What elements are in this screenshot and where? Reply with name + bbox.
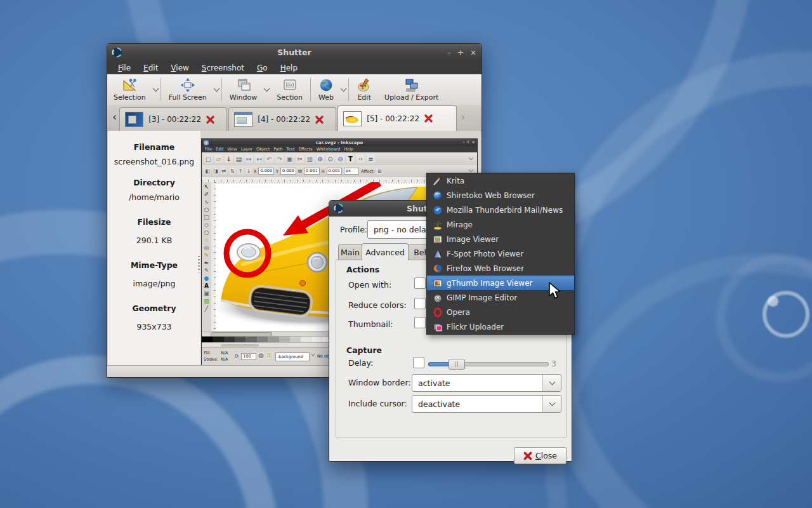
selection-dropdown-chevron-icon[interactable] — [152, 85, 159, 91]
affect-icon: ⊞ — [376, 168, 383, 175]
opacity-value: 100 — [241, 353, 256, 360]
tab-session-3[interactable]: [3] - 00:22:22 — [119, 107, 227, 131]
thumbnail-checkbox[interactable] — [414, 317, 426, 328]
toolbar-separator — [348, 78, 349, 101]
tab-session-5[interactable]: [5] - 00:22:22 — [337, 105, 457, 131]
inkscape-new-icon: ▢ — [204, 155, 213, 163]
inkscape-undo-icon: ↶ — [265, 155, 273, 163]
inkscape-raise-icon: ↑ — [237, 168, 244, 175]
file-info-sidebar: Filename screenshot_016.png Directory /h… — [108, 131, 201, 365]
section-button[interactable]: Section — [270, 74, 309, 105]
close-dialog-button[interactable]: Close — [514, 447, 566, 464]
tweak-tool-icon: ∿ — [204, 199, 209, 206]
tab-close-icon[interactable] — [424, 114, 433, 123]
selection-button[interactable]: Selection — [107, 74, 152, 105]
pane-resize-handle[interactable] — [198, 256, 200, 272]
inkscape-flip-h-icon: ⇄ — [221, 168, 227, 175]
tabs-scroll-left-button[interactable]: ‹ — [110, 110, 119, 126]
inkscape-rotate-ccw-icon: ◧ — [204, 168, 211, 175]
node-tool-icon: ✐ — [204, 191, 209, 198]
fill-value: N/A — [221, 351, 228, 356]
tab-close-icon[interactable] — [206, 116, 214, 124]
tabs-scroll-right-button[interactable]: › — [458, 110, 468, 126]
menu-help[interactable]: Help — [275, 62, 303, 74]
menu-item-thunderbird[interactable]: Mozilla Thunderbird Mail/News — [427, 203, 574, 217]
close-button[interactable]: × — [470, 48, 476, 57]
menu-item-opera[interactable]: Opera — [427, 305, 574, 319]
shutter-logo-icon — [334, 203, 344, 213]
upload-export-icon — [404, 77, 419, 93]
menu-item-fspot[interactable]: F-Spot Photo Viewer — [427, 246, 574, 261]
selection-icon — [122, 77, 137, 93]
menu-item-mirage[interactable]: Mirage — [427, 217, 574, 232]
menu-go[interactable]: Go — [251, 62, 273, 74]
session-tabbar: ‹ [3] - 00:22:22 [4] - 00:22:22 [5] - 00… — [107, 105, 481, 131]
inkscape-cut-icon: ✂ — [296, 155, 304, 163]
tab-session-4[interactable]: [4] - 00:22:22 — [228, 107, 336, 131]
menu-view[interactable]: View — [165, 62, 194, 74]
menu-item-firefox[interactable]: Firefox Web Browser — [427, 261, 574, 276]
menu-file[interactable]: File — [112, 62, 136, 74]
window-border-label: Window border: — [348, 378, 411, 387]
fspot-icon — [433, 249, 443, 259]
tab-thumbnail — [234, 112, 252, 127]
h-field: 0.001 — [327, 168, 343, 175]
inkscape-text-icon: T — [346, 155, 355, 163]
y-field-label: Y — [276, 169, 278, 174]
filesize-label: Filesize — [108, 217, 200, 227]
geometry-label: Geometry — [108, 304, 200, 313]
krita-icon — [433, 176, 443, 186]
menu-edit[interactable]: Edit — [138, 62, 164, 74]
window-border-chevron-icon — [542, 375, 561, 391]
include-cursor-select[interactable]: deactivate — [412, 395, 561, 413]
tab-advanced[interactable]: Advanced — [362, 243, 409, 260]
window-border-select[interactable]: activate — [412, 374, 561, 392]
inkscape-lower-icon: ↓ — [246, 168, 252, 175]
shutter-menubar: File Edit View Screenshot Go Help — [107, 61, 481, 74]
inkscape-export-icon: ↤ — [255, 155, 263, 163]
shutter-titlebar[interactable]: Shutter – + × — [107, 44, 481, 61]
hide-layer-icon: ◍ — [258, 352, 265, 359]
reduce-colors-checkbox[interactable] — [414, 298, 426, 309]
web-dropdown-chevron-icon[interactable] — [341, 85, 347, 91]
stroke-label: Stroke: — [204, 357, 218, 362]
actions-heading: Actions — [346, 265, 379, 274]
fullscreen-dropdown-chevron-icon[interactable] — [213, 85, 219, 91]
delay-slider-handle[interactable] — [449, 359, 465, 370]
close-x-icon — [523, 451, 532, 460]
window-button[interactable]: Window — [223, 74, 263, 105]
inkscape-rotate-cw-icon: ◨ — [213, 168, 219, 175]
upload-export-button[interactable]: Upload / Export — [378, 74, 445, 105]
menu-item-shiretoko[interactable]: Shiretoko Web Browser — [427, 188, 574, 203]
menu-item-krita[interactable]: Krita — [427, 173, 574, 188]
tab-main[interactable]: Main — [338, 244, 362, 260]
ellipse-tool-icon: ○ — [204, 229, 209, 236]
inkscape-save-icon: ↓ — [225, 155, 233, 163]
wallpaper-dot — [768, 296, 778, 307]
box3d-tool-icon: ◇ — [204, 222, 209, 229]
menu-item-flickr[interactable]: Flickr Uploader — [427, 319, 574, 334]
tab-close-icon[interactable] — [315, 116, 324, 124]
star-tool-icon: ☆ — [204, 237, 209, 244]
include-cursor-label: Include cursor: — [348, 399, 407, 408]
layer-select-chevron-icon — [310, 352, 317, 360]
calligraphy-tool-icon: ✎ — [204, 267, 209, 274]
section-icon — [282, 77, 298, 93]
window-icon — [236, 77, 251, 93]
delay-checkbox[interactable] — [413, 357, 424, 368]
web-button[interactable]: Web — [312, 74, 340, 105]
fullscreen-button[interactable]: Full Screen — [162, 74, 213, 105]
maximize-button[interactable]: + — [457, 48, 464, 57]
edit-button[interactable]: Edit — [350, 74, 378, 105]
minimize-button[interactable]: – — [447, 48, 451, 57]
open-with-checkbox[interactable] — [414, 277, 426, 289]
w-field-label: W — [298, 169, 302, 174]
inkscape-zoom-icon: ⊙ — [326, 155, 334, 163]
window-dropdown-chevron-icon[interactable] — [264, 85, 270, 91]
mimetype-value: image/png — [108, 279, 200, 288]
menu-screenshot[interactable]: Screenshot — [196, 62, 250, 74]
filesize-value: 290.1 KB — [108, 236, 200, 245]
toolbar-overflow-chevron-icon — [469, 168, 473, 172]
menu-item-image-viewer[interactable]: Image Viewer — [427, 232, 574, 246]
rectangle-tool-icon: □ — [204, 214, 209, 221]
